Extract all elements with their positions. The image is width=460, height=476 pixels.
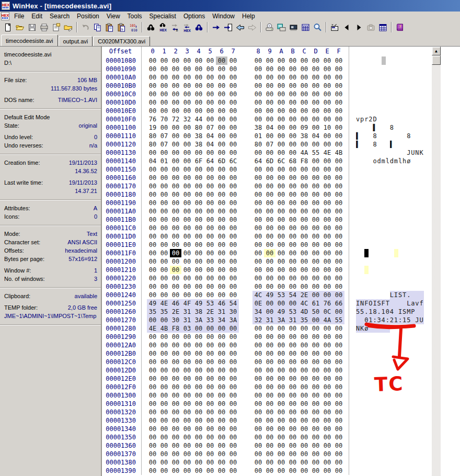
ascii-char[interactable] [402, 241, 407, 249]
byte-cell[interactable]: 4B [333, 149, 344, 157]
ascii-char[interactable] [415, 65, 419, 73]
ascii-char[interactable] [382, 149, 386, 157]
byte-cell[interactable]: 00 [181, 375, 193, 383]
byte-cell[interactable]: 00 [181, 416, 193, 425]
ascii-char[interactable] [411, 375, 415, 383]
ascii-char[interactable] [402, 441, 407, 450]
ascii-char[interactable] [390, 249, 394, 257]
ascii-char[interactable]: J [407, 149, 411, 157]
ascii-char[interactable] [398, 132, 402, 140]
byte-cell[interactable]: 00 [216, 207, 227, 216]
ascii-char[interactable]: U [419, 316, 423, 324]
byte-cell[interactable]: 00 [216, 257, 227, 266]
ascii-char[interactable] [415, 98, 419, 107]
byte-cell[interactable]: 00 [147, 199, 158, 207]
byte-cell[interactable]: 00 [158, 199, 170, 207]
byte-cell[interactable]: 00 [264, 216, 275, 224]
byte-cell[interactable]: 00 [310, 140, 321, 149]
ascii-char[interactable] [419, 308, 423, 316]
ascii-char[interactable] [369, 257, 373, 266]
ascii-char[interactable] [386, 467, 390, 475]
ascii-char[interactable] [407, 467, 411, 475]
ascii-char[interactable] [398, 216, 402, 224]
byte-cell[interactable]: 00 [252, 232, 264, 241]
ascii-char[interactable] [364, 416, 369, 425]
byte-cell[interactable]: 00 [264, 299, 275, 308]
ascii-char[interactable] [369, 132, 373, 140]
ascii-char[interactable] [386, 149, 390, 157]
ascii-char[interactable] [382, 416, 386, 425]
ascii-char[interactable] [394, 458, 398, 467]
ascii-char[interactable] [364, 291, 369, 299]
ascii-char[interactable] [419, 82, 423, 90]
ascii-char[interactable] [356, 190, 360, 199]
byte-cell[interactable]: 00 [227, 349, 239, 358]
byte-cell[interactable]: 00 [275, 123, 287, 132]
byte-cell[interactable]: 00 [181, 107, 193, 115]
ascii-char[interactable] [373, 341, 377, 349]
ascii-char[interactable] [369, 450, 373, 458]
byte-cell[interactable]: 38 [252, 123, 264, 132]
byte-cell[interactable]: 00 [298, 333, 310, 341]
ascii-char[interactable] [411, 216, 415, 224]
ascii-char[interactable] [356, 433, 360, 441]
byte-cell[interactable]: 00 [298, 433, 310, 441]
ascii-char[interactable] [419, 416, 423, 425]
ascii-char[interactable] [394, 375, 398, 383]
ascii-char[interactable] [369, 425, 373, 433]
byte-cell[interactable]: 00 [252, 274, 264, 282]
byte-cell[interactable]: 00 [252, 199, 264, 207]
byte-cell[interactable]: 00 [216, 199, 227, 207]
ascii-char[interactable] [364, 349, 369, 358]
ascii-char[interactable] [373, 232, 377, 241]
ascii-char[interactable] [360, 56, 364, 65]
ascii-char[interactable]: l [386, 157, 390, 165]
ascii-char[interactable] [356, 123, 360, 132]
byte-cell[interactable]: 00 [181, 56, 193, 65]
byte-cell[interactable]: 00 [287, 266, 298, 274]
ascii-char[interactable] [407, 274, 411, 282]
byte-cell[interactable]: 00 [264, 65, 275, 73]
ascii-char[interactable] [360, 82, 364, 90]
ascii-char[interactable] [364, 232, 369, 241]
byte-cell[interactable]: 00 [158, 441, 170, 450]
byte-cell[interactable]: 00 [158, 400, 170, 408]
ascii-char[interactable] [402, 165, 407, 174]
byte-cell[interactable]: 00 [264, 425, 275, 433]
ascii-char[interactable] [390, 190, 394, 199]
byte-cell[interactable]: 00 [298, 165, 310, 174]
byte-cell[interactable]: 00 [275, 324, 287, 333]
byte-cell[interactable]: 00 [252, 241, 264, 249]
byte-cell[interactable]: 00 [287, 140, 298, 149]
ascii-char[interactable] [407, 73, 411, 82]
byte-cell[interactable]: 00 [147, 73, 158, 82]
byte-cell[interactable]: 00 [333, 467, 344, 475]
ascii-char[interactable] [373, 408, 377, 416]
ascii-char[interactable] [377, 165, 381, 174]
ascii-char[interactable] [407, 224, 411, 232]
byte-cell[interactable]: 00 [170, 249, 181, 257]
byte-cell[interactable]: 00 [227, 324, 239, 333]
ascii-char[interactable] [419, 366, 423, 375]
byte-cell[interactable]: 00 [252, 107, 264, 115]
byte-cell[interactable]: 00 [216, 149, 227, 157]
byte-cell[interactable]: 00 [310, 90, 321, 98]
ascii-char[interactable] [419, 341, 423, 349]
byte-cell[interactable]: 00 [181, 341, 193, 349]
find-button[interactable] [145, 21, 157, 33]
info-value[interactable]: 0 [94, 212, 97, 221]
new-document-button[interactable] [2, 21, 14, 33]
byte-cell[interactable]: 00 [287, 333, 298, 341]
ascii-char[interactable]: ▌ [373, 123, 377, 132]
ascii-char[interactable]: T [386, 299, 390, 308]
byte-cell[interactable]: 00 [170, 165, 181, 174]
byte-cell[interactable]: 00 [298, 458, 310, 467]
ascii-char[interactable] [386, 190, 390, 199]
ascii-char[interactable] [364, 199, 369, 207]
ascii-char[interactable] [369, 123, 373, 132]
byte-cell[interactable]: 00 [193, 441, 204, 450]
byte-cell[interactable]: 00 [333, 174, 344, 182]
ascii-char[interactable] [394, 274, 398, 282]
ascii-char[interactable] [360, 182, 364, 190]
byte-cell[interactable]: 00 [310, 274, 321, 282]
